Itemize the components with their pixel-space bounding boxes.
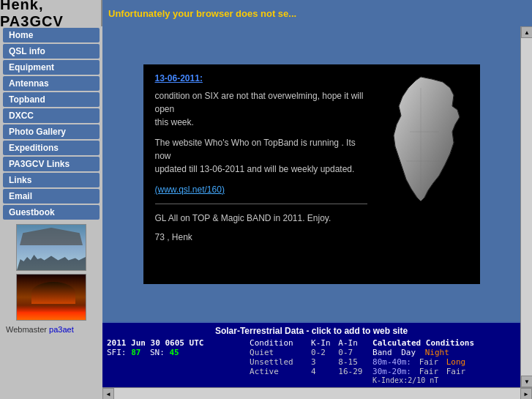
solar-kin-header: K-In — [311, 338, 338, 348]
solar-row2-calc: 80m-40m: Fair Long — [372, 357, 516, 367]
solar-band3: 30m-20m: — [372, 367, 411, 376]
solar-row4-calc: K-Index:2/10 nT — [372, 376, 516, 384]
header-warning-box: Unfortunately your browser does not se..… — [102, 0, 532, 26]
solar-condition-header: Condition — [250, 338, 311, 348]
sidebar-item-guestbook[interactable]: Guestbook — [3, 205, 100, 220]
article-para1: condition on SIX are not that overwelmin… — [155, 89, 367, 129]
solar-row1-ain: 0-7 — [338, 348, 372, 357]
thumb-night-bg — [17, 275, 86, 320]
horizontal-scrollbar: ◄ ► — [102, 387, 532, 399]
solar-ain-header: A-In — [338, 338, 372, 348]
solar-sn-value: 45 — [170, 348, 179, 357]
solar-row3: Active 4 16-29 30m-20m: Fair Fair — [107, 367, 516, 376]
thumbnail-people[interactable] — [16, 224, 86, 271]
sidebar-item-expeditions[interactable]: Expeditions — [3, 141, 100, 155]
browser-warning: Unfortunately your browser does not se..… — [108, 8, 296, 19]
solar-header-row: 2011 Jun 30 0605 UTC Condition K-In A-In… — [107, 338, 516, 348]
solar-table: 2011 Jun 30 0605 UTC Condition K-In A-In… — [107, 338, 516, 384]
article-sign: 73 , Henk — [155, 232, 367, 242]
scroll-track[interactable] — [521, 38, 532, 376]
solar-row3-calc: 30m-20m: Fair Fair — [372, 367, 516, 376]
solar-sfi-label: SFI: — [107, 348, 127, 357]
article-para3: GL All on TOP & Magic BAND in 2011. Enjo… — [155, 212, 367, 225]
solar-bar[interactable]: Solar-Terrestrial Data - click to add to… — [102, 321, 520, 387]
solar-night1: Night — [425, 348, 449, 357]
article-box: 13-06-2011: condition on SIX are not tha… — [143, 64, 480, 284]
solar-sn-label: SN: — [150, 348, 165, 357]
solar-sfi-value: 87 — [131, 348, 141, 357]
scroll-down-button[interactable]: ▼ — [521, 376, 532, 387]
solar-row3-kin: 4 — [311, 367, 338, 376]
sidebar-item-pa3gcv-links[interactable]: PA3GCV Links — [3, 157, 100, 171]
solar-day3: Fair — [419, 367, 439, 376]
thumb-day-bg — [17, 225, 86, 270]
content-area: 13-06-2011: condition on SIX are not tha… — [102, 26, 520, 387]
solar-row1-kin: 0-2 — [311, 348, 338, 357]
solar-row1-calc: Band Day Night — [372, 348, 516, 357]
solar-band2: 80m-40m: — [372, 357, 411, 367]
vertical-scrollbar: ▲ ▼ — [520, 26, 532, 387]
sidebar-item-topband[interactable]: Topband — [3, 92, 100, 107]
solar-sfi-row: SFI: 87 SN: 45 Quiet 0-2 0-7 Band Day — [107, 348, 516, 357]
main-layout: Home QSL info Equipment Antennas Topband… — [0, 26, 532, 399]
solar-row1-cond: Quiet — [250, 348, 311, 357]
site-title: Henk, PA3GCV — [0, 0, 101, 30]
solar-row4-spacer3 — [311, 376, 338, 384]
sidebar-item-links[interactable]: Links — [3, 173, 100, 187]
article-divider — [155, 204, 367, 204]
article-link[interactable]: (www.qsl.net/160) — [155, 184, 225, 195]
solar-row3-ain: 16-29 — [338, 367, 372, 376]
solar-day1: Day — [401, 348, 416, 357]
solar-night2: Long — [446, 357, 466, 367]
sidebar: Home QSL info Equipment Antennas Topband… — [0, 26, 102, 399]
solar-night3: Fair — [446, 367, 466, 376]
sidebar-item-photo-gallery[interactable]: Photo Gallery — [3, 124, 100, 139]
article-link-line: (www.qsl.net/160) — [155, 183, 367, 196]
article-para2: The website Who's Who on TopBand is runn… — [155, 136, 367, 176]
solar-row2-spacer — [107, 357, 250, 367]
article-section: 13-06-2011: condition on SIX are not tha… — [102, 26, 520, 321]
article-text: 13-06-2011: condition on SIX are not tha… — [155, 73, 367, 275]
thumbnail-night-fair[interactable] — [16, 274, 86, 321]
header: Henk, PA3GCV Unfortunately your browser … — [0, 0, 532, 26]
scroll-up-button[interactable]: ▲ — [521, 26, 532, 38]
scroll-right-button[interactable]: ► — [520, 388, 532, 399]
solar-row3-spacer — [107, 367, 250, 376]
solar-row4-spacer4 — [338, 376, 372, 384]
solar-row4: K-Index:2/10 nT — [107, 376, 516, 384]
header-title-box: Henk, PA3GCV — [0, 0, 102, 26]
scroll-left-button[interactable]: ◄ — [102, 388, 114, 399]
lava-glow — [17, 305, 86, 320]
webmaster-line: Webmaster pa3aet — [3, 325, 100, 334]
solar-row2: Unsettled 3 8-15 80m-40m: Fair Long — [107, 357, 516, 367]
solar-row2-kin: 3 — [311, 357, 338, 367]
solar-title: Solar-Terrestrial Data - click to add to… — [107, 326, 516, 336]
solar-row2-ain: 8-15 — [338, 357, 372, 367]
solar-day2: Fair — [419, 357, 439, 367]
netherlands-map-svg — [373, 73, 468, 220]
solar-band1: Band — [372, 348, 392, 357]
article-date-text: 13-06-2011: — [155, 73, 203, 83]
tent-shape — [20, 228, 83, 245]
webmaster-label: Webmaster — [6, 325, 49, 334]
solar-row4-spacer — [107, 376, 250, 384]
netherlands-map — [373, 73, 468, 275]
sidebar-item-dxcc[interactable]: DXCC — [3, 108, 100, 123]
sidebar-item-home[interactable]: Home — [3, 28, 100, 42]
sidebar-item-antennas[interactable]: Antennas — [3, 76, 100, 91]
sidebar-thumbnails — [3, 224, 100, 321]
solar-row2-cond: Unsettled — [250, 357, 311, 367]
solar-datetime: 2011 Jun 30 0605 UTC — [107, 338, 250, 348]
sidebar-item-email[interactable]: Email — [3, 189, 100, 204]
sidebar-item-qsl-info[interactable]: QSL info — [3, 44, 100, 59]
solar-sfi-cell: SFI: 87 SN: 45 — [107, 348, 250, 357]
solar-row4-spacer2 — [250, 376, 311, 384]
volcano-shape — [31, 282, 75, 304]
solar-row3-cond: Active — [250, 367, 311, 376]
thumb-people-silhouette — [17, 248, 86, 270]
hscroll-track[interactable] — [114, 388, 520, 399]
article-date: 13-06-2011: — [155, 73, 367, 83]
sidebar-item-equipment[interactable]: Equipment — [3, 60, 100, 75]
solar-calc-header: Calculated Conditions — [372, 338, 516, 348]
webmaster-link[interactable]: pa3aet — [49, 325, 74, 334]
